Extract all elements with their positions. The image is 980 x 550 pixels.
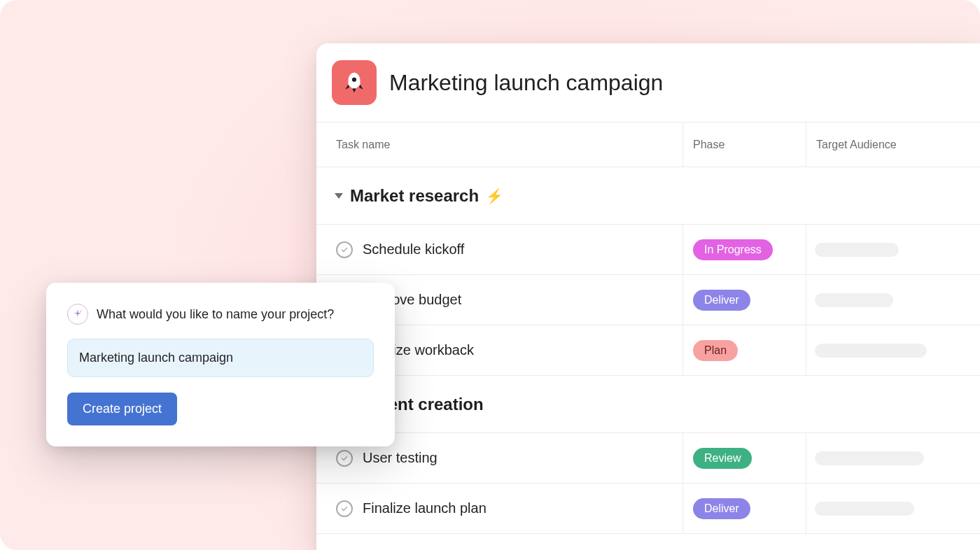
column-header-audience[interactable]: Target Audience	[806, 122, 980, 167]
audience-placeholder	[815, 451, 924, 465]
task-name: Finalize launch plan	[363, 500, 486, 516]
audience-placeholder	[815, 344, 927, 358]
create-project-modal: What would you like to name your project…	[46, 283, 395, 446]
task-row[interactable]: Schedule kickoff In Progress	[316, 225, 980, 275]
phase-pill[interactable]: Deliver	[693, 498, 750, 519]
phase-pill[interactable]: Deliver	[693, 290, 750, 311]
section-header[interactable]: Content creation	[316, 376, 980, 433]
project-header: Marketing launch campaign	[316, 43, 980, 122]
sparkle-icon	[67, 304, 88, 325]
task-row[interactable]: Finalize workback Plan	[316, 325, 980, 376]
audience-placeholder	[815, 243, 899, 257]
modal-prompt: What would you like to name your project…	[97, 307, 334, 322]
task-name: User testing	[363, 450, 438, 466]
task-row[interactable]: Approve budget Deliver	[316, 275, 980, 325]
chevron-down-icon	[335, 193, 343, 199]
column-header-task[interactable]: Task name	[316, 122, 683, 167]
check-circle-icon[interactable]	[336, 450, 353, 467]
create-project-button[interactable]: Create project	[67, 393, 177, 425]
check-circle-icon[interactable]	[336, 241, 353, 258]
svg-point-0	[352, 78, 356, 82]
phase-pill[interactable]: Plan	[693, 340, 738, 361]
audience-placeholder	[815, 293, 893, 307]
column-header-phase[interactable]: Phase	[683, 122, 806, 167]
project-window: Marketing launch campaign Task name Phas…	[316, 43, 980, 550]
section-header[interactable]: Market research ⚡	[316, 167, 980, 225]
phase-pill[interactable]: Review	[693, 448, 752, 469]
section-title: Market research	[350, 186, 479, 206]
task-name: Schedule kickoff	[363, 241, 464, 258]
lightning-icon: ⚡	[486, 188, 503, 204]
check-circle-icon[interactable]	[336, 500, 353, 517]
columns-header: Task name Phase Target Audience	[316, 122, 980, 167]
task-row[interactable]: User testing Review	[316, 433, 980, 484]
phase-pill[interactable]: In Progress	[693, 239, 773, 260]
task-row[interactable]: Finalize launch plan Deliver	[316, 484, 980, 534]
rocket-icon	[332, 60, 377, 105]
project-name-input[interactable]	[67, 339, 374, 377]
audience-placeholder	[815, 502, 914, 516]
project-title: Marketing launch campaign	[389, 70, 663, 96]
